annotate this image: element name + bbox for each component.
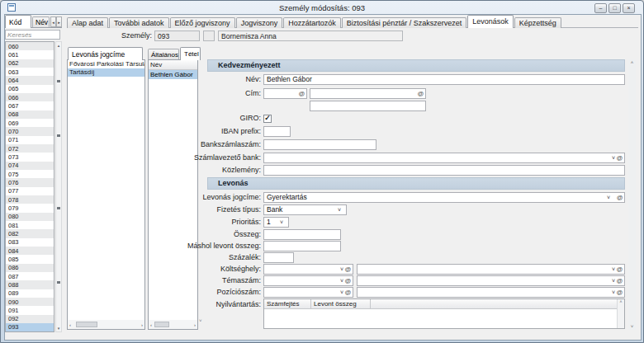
code-row[interactable]: 060 xyxy=(6,42,54,50)
chevron-down-icon[interactable]: ˅ xyxy=(612,276,615,285)
tab-altalanos[interactable]: Általános xyxy=(148,49,179,59)
scroll-right-icon[interactable]: › xyxy=(194,322,196,327)
code-row[interactable]: 089 xyxy=(6,289,54,298)
scroll-up-icon[interactable]: ˄ xyxy=(620,299,623,304)
bankszamla-input[interactable] xyxy=(263,139,376,150)
main-tab[interactable]: Biztosítási pénztár / Szakszervezet xyxy=(342,17,467,28)
main-tab[interactable]: Alap adat xyxy=(67,17,108,28)
code-row[interactable]: 082 xyxy=(6,229,54,237)
levonas-jogcim-combo[interactable]: Gyerektartás xyxy=(263,192,625,203)
minimize-button[interactable]: – xyxy=(594,3,607,13)
lookup-icon[interactable]: @ xyxy=(345,265,351,274)
code-row[interactable]: 084 xyxy=(6,247,54,255)
pozicioszam-nev-combo[interactable]: ˅@ xyxy=(357,287,625,298)
code-row[interactable]: 072 xyxy=(6,144,54,153)
pozicioszam-combo[interactable]: ˅@ xyxy=(263,287,353,298)
sidebar-tab-nev[interactable]: Név xyxy=(32,16,50,27)
table-header-levont-osszeg[interactable]: Levont összeg xyxy=(311,299,371,308)
jogcim-panel-tab[interactable]: Levonás jogcíme xyxy=(68,47,143,60)
code-row[interactable]: 083 xyxy=(6,238,54,247)
name-column-header[interactable]: Név xyxy=(149,60,197,70)
mashol-levont-input[interactable] xyxy=(263,241,341,251)
lookup-icon[interactable]: @ xyxy=(617,288,623,297)
code-row[interactable]: 090 xyxy=(6,298,54,306)
tab-prev-button[interactable]: ◂ xyxy=(50,16,56,27)
scrollbar-thumb[interactable] xyxy=(154,322,169,327)
scroll-left-icon[interactable]: ‹ xyxy=(150,322,152,327)
jogcim-item[interactable]: Fővárosi Parkolási Társulá xyxy=(68,60,144,68)
scroll-up-icon[interactable]: ˄ xyxy=(628,60,636,65)
maximize-button[interactable]: □ xyxy=(608,3,621,13)
osszeg-input[interactable] xyxy=(263,229,341,240)
code-row[interactable]: 067 xyxy=(6,101,54,110)
lookup-icon[interactable]: @ xyxy=(345,288,351,297)
code-row[interactable]: 062 xyxy=(6,59,54,68)
lookup-icon[interactable]: @ xyxy=(345,276,351,285)
lookup-icon[interactable]: @ xyxy=(418,89,424,98)
main-tab[interactable]: Jogviszony xyxy=(236,17,283,28)
main-tab[interactable]: Hozzátartozók xyxy=(283,17,341,28)
scroll-down-icon[interactable]: ˅ xyxy=(199,318,202,323)
code-row[interactable]: 076 xyxy=(6,178,54,186)
cim-city-input[interactable]: @ xyxy=(310,88,426,99)
code-row[interactable]: 087 xyxy=(6,272,54,280)
code-row[interactable]: 073 xyxy=(6,153,54,161)
lookup-icon[interactable]: @ xyxy=(299,89,305,98)
code-row[interactable]: 075 xyxy=(6,170,54,178)
chevron-down-icon[interactable]: ˅ xyxy=(612,153,615,162)
szamlavezeto-combo[interactable]: ˅@ xyxy=(263,153,625,163)
cim-street-input[interactable] xyxy=(310,101,426,111)
chevron-down-icon[interactable]: ˅ xyxy=(280,218,634,227)
search-input[interactable] xyxy=(5,30,60,40)
temaszam-combo[interactable]: ˅@ xyxy=(263,275,353,286)
kozlemeny-input[interactable] xyxy=(263,165,625,176)
chevron-down-icon[interactable]: ˅ xyxy=(340,276,343,285)
iban-input[interactable] xyxy=(263,126,291,137)
close-button[interactable]: × xyxy=(623,3,635,13)
chevron-down-icon[interactable]: ˅ xyxy=(338,205,634,214)
code-row[interactable]: 066 xyxy=(6,93,54,101)
code-row[interactable]: 086 xyxy=(6,264,54,272)
giro-checkbox[interactable]: ✓ xyxy=(263,115,272,123)
scroll-right-icon[interactable]: › xyxy=(141,322,143,327)
code-row[interactable]: 074 xyxy=(6,162,54,170)
name-grid-hscrollbar[interactable]: ‹ › xyxy=(149,320,197,329)
chevron-down-icon[interactable]: ˅ xyxy=(612,265,615,274)
code-row[interactable]: 065 xyxy=(6,85,54,93)
table-scrollbar[interactable]: ˄ xyxy=(617,299,624,328)
table-header-szamfejtes[interactable]: Számfejtés xyxy=(264,299,311,308)
scrollbar-thumb[interactable] xyxy=(76,322,97,327)
code-row[interactable]: 063 xyxy=(6,68,54,76)
scroll-down-icon[interactable]: ▾ xyxy=(56,326,61,331)
lookup-icon[interactable]: @ xyxy=(617,153,623,162)
fizetes-tipus-combo[interactable]: Bank xyxy=(263,204,347,215)
code-row[interactable]: 068 xyxy=(6,110,54,119)
szazalek-input[interactable] xyxy=(263,252,294,263)
koltseghely-combo[interactable]: ˅@ xyxy=(263,264,353,275)
tab-next-button[interactable]: ▸ xyxy=(56,16,62,27)
lookup-icon[interactable]: @ xyxy=(617,265,623,274)
chevron-down-icon[interactable]: ˅ xyxy=(612,288,615,297)
chevron-down-icon[interactable]: ˅ xyxy=(340,288,343,297)
scroll-down-icon[interactable]: ˅ xyxy=(628,324,636,329)
form-scrollbar[interactable]: ˄ ˅ xyxy=(628,59,636,330)
code-row[interactable]: 081 xyxy=(6,221,54,229)
koltseghely-nev-combo[interactable]: ˅@ xyxy=(357,264,625,275)
jogcim-hscrollbar[interactable]: ‹ › xyxy=(68,320,144,329)
temaszam-nev-combo[interactable]: ˅@ xyxy=(357,275,625,286)
main-tab[interactable]: Levonások xyxy=(467,15,514,28)
cim-zip-input[interactable]: @ xyxy=(263,88,307,99)
code-row[interactable]: 080 xyxy=(6,213,54,221)
code-row[interactable]: 064 xyxy=(6,76,54,84)
code-row[interactable]: 070 xyxy=(6,127,54,135)
code-row[interactable]: 061 xyxy=(6,50,54,59)
code-row[interactable]: 069 xyxy=(6,119,54,127)
code-row[interactable]: 093 xyxy=(6,323,54,331)
code-row[interactable]: 091 xyxy=(6,306,54,314)
code-row[interactable]: 071 xyxy=(6,136,54,144)
code-row[interactable]: 088 xyxy=(6,280,54,289)
tab-tetel[interactable]: Tétel xyxy=(180,47,201,60)
main-tab[interactable]: Képzettség xyxy=(514,17,561,28)
nev-input[interactable]: Bethlen Gábor xyxy=(263,74,625,85)
scroll-left-icon[interactable]: ‹ xyxy=(69,322,71,327)
